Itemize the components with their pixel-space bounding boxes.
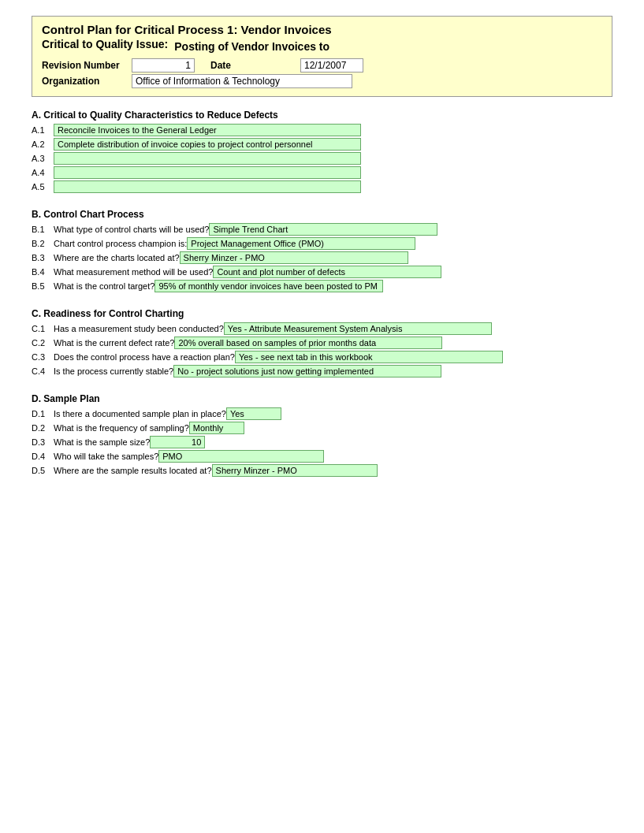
row-label: Where are the charts located at? (54, 253, 180, 262)
page-title: Control Plan for Critical Process 1: Ven… (42, 23, 602, 36)
section-c: C. Readiness for Control Charting C.1 Ha… (32, 308, 612, 377)
row-num: D.2 (32, 423, 54, 433)
section-d: D. Sample Plan D.1 Is there a documented… (32, 393, 612, 477)
row-num: A.1 (32, 125, 54, 135)
section-c-title: C. Readiness for Control Charting (32, 308, 612, 319)
header-box: Control Plan for Critical Process 1: Ven… (32, 16, 612, 97)
row-value (54, 166, 361, 179)
row-num: C.3 (32, 352, 54, 362)
section-a-title: A. Critical to Quality Characteristics t… (32, 110, 612, 121)
date-value: 12/1/2007 (300, 58, 363, 73)
row-label: What is the control target? (54, 281, 154, 291)
row-label: Is there a documented sample plan in pla… (54, 409, 226, 418)
row-num: A.4 (32, 168, 54, 177)
row-num: D.5 (32, 466, 54, 475)
row-label: Where are the sample results located at? (54, 466, 212, 475)
row-value: 20% overall based on samples of prior mo… (174, 337, 442, 349)
row-value: Sherry Minzer - PMO (180, 251, 408, 264)
list-item: C.4 Is the process currently stable? No … (32, 365, 612, 377)
list-item: C.3 Does the control process have a reac… (32, 351, 612, 363)
revision-label: Revision Number (42, 60, 128, 71)
list-item: B.3 Where are the charts located at? She… (32, 251, 612, 264)
list-item: D.5 Where are the sample results located… (32, 464, 612, 477)
row-value: Yes - see next tab in this workbook (235, 351, 503, 363)
list-item: A.5 (32, 180, 612, 193)
row-label: Chart control process champion is: (54, 239, 187, 248)
list-item: A.3 (32, 152, 612, 165)
row-num: B.3 (32, 253, 54, 262)
row-label: Is the process currently stable? (54, 366, 173, 376)
row-num: B.4 (32, 267, 54, 277)
section-a: A. Critical to Quality Characteristics t… (32, 110, 612, 193)
section-d-title: D. Sample Plan (32, 393, 612, 404)
revision-value: 1 (132, 58, 195, 73)
row-label: Has a measurement study been conducted? (54, 324, 224, 333)
row-label: What measurement method will be used? (54, 267, 213, 277)
row-num: C.4 (32, 366, 54, 376)
row-value: No - project solutions just now getting … (173, 365, 441, 377)
list-item: D.1 Is there a documented sample plan in… (32, 407, 612, 420)
ctq-value: Posting of Vendor Invoices to (174, 40, 329, 53)
row-value: 95% of monthly vendor invoices have been… (154, 280, 383, 292)
row-label: What type of control charts will be used… (54, 225, 209, 234)
ctq-label: Critical to Quality Issue: (42, 38, 168, 50)
org-label: Organization (42, 76, 128, 87)
section-b: B. Control Chart Process B.1 What type o… (32, 209, 612, 292)
row-num: B.1 (32, 225, 54, 234)
section-b-title: B. Control Chart Process (32, 209, 612, 220)
list-item: B.2 Chart control process champion is: P… (32, 237, 612, 250)
row-label: What is the current defect rate? (54, 338, 174, 348)
row-value: Reconcile Invoices to the General Ledger (54, 124, 361, 136)
row-num: D.3 (32, 437, 54, 447)
list-item: A.1 Reconcile Invoices to the General Le… (32, 124, 612, 136)
row-value: Sherry Minzer - PMO (212, 464, 378, 477)
row-num: A.2 (32, 139, 54, 149)
row-value: Complete distribution of invoice copies … (54, 138, 361, 151)
list-item: A.2 Complete distribution of invoice cop… (32, 138, 612, 151)
row-value: Monthly (189, 422, 244, 434)
row-value (54, 152, 361, 165)
list-item: D.3 What is the sample size? 10 (32, 436, 612, 448)
list-item: C.1 Has a measurement study been conduct… (32, 322, 612, 335)
org-value: Office of Information & Technology (132, 74, 352, 88)
list-item: A.4 (32, 166, 612, 179)
row-value: Yes - Attribute Measurement System Analy… (224, 322, 492, 335)
row-num: C.1 (32, 324, 54, 333)
row-num: B.5 (32, 281, 54, 291)
row-value (54, 180, 361, 193)
row-value: Count and plot number of defects (213, 266, 441, 278)
list-item: B.1 What type of control charts will be … (32, 223, 612, 236)
row-label: Does the control process have a reaction… (54, 352, 235, 362)
row-num: A.5 (32, 182, 54, 192)
list-item: B.5 What is the control target? 95% of m… (32, 280, 612, 292)
list-item: B.4 What measurement method will be used… (32, 266, 612, 278)
list-item: C.2 What is the current defect rate? 20%… (32, 337, 612, 349)
row-value: Yes (226, 407, 281, 420)
row-num: A.3 (32, 154, 54, 163)
row-num: B.2 (32, 239, 54, 248)
row-num: D.1 (32, 409, 54, 418)
date-label: Date (210, 60, 297, 71)
list-item: D.4 Who will take the samples? PMO (32, 450, 612, 463)
row-num: D.4 (32, 452, 54, 461)
row-value: PMO (158, 450, 324, 463)
row-value: Simple Trend Chart (209, 223, 437, 236)
row-label: What is the sample size? (54, 437, 150, 447)
row-value: Project Management Office (PMO) (187, 237, 415, 250)
row-value: 10 (150, 436, 205, 448)
row-num: C.2 (32, 338, 54, 348)
row-label: Who will take the samples? (54, 452, 158, 461)
list-item: D.2 What is the frequency of sampling? M… (32, 422, 612, 434)
row-label: What is the frequency of sampling? (54, 423, 189, 433)
